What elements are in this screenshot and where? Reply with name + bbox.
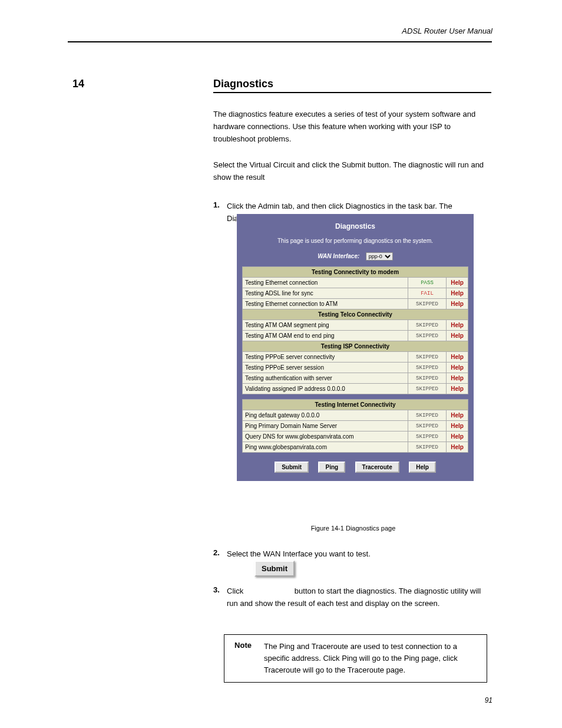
status-cell: SKIPPED (408, 410, 447, 421)
table-section-header: Testing Connectivity to modem (243, 267, 468, 278)
status-cell: SKIPPED (408, 352, 447, 363)
note-text: The Ping and Traceroute are used to test… (262, 635, 487, 682)
step-3-number: 3. (213, 585, 220, 594)
ping-button[interactable]: Ping (318, 462, 345, 473)
help-link[interactable]: Help (447, 373, 468, 384)
table-row: Testing authentication with serverSKIPPE… (243, 373, 468, 384)
table-section-header: Testing ISP Connectivity (243, 341, 468, 352)
wan-interface-label: WAN Interface: (318, 253, 359, 259)
help-link[interactable]: Help (447, 384, 468, 394)
help-link[interactable]: Help (447, 431, 468, 442)
submit-big-button[interactable]: Submit (254, 561, 295, 577)
wan-interface-select[interactable]: ppp-0 (366, 252, 393, 261)
note-box: Note The Ping and Traceroute are used to… (224, 634, 487, 683)
test-name-cell: Testing authentication with server (243, 373, 408, 384)
status-cell: SKIPPED (408, 384, 447, 394)
table-row: Testing ADSL line for syncFAILHelp (243, 288, 468, 299)
table-row: Testing ATM OAM end to end pingSKIPPEDHe… (243, 331, 468, 341)
step-2-number: 2. (213, 548, 220, 557)
test-name-cell: Testing Ethernet connection (243, 278, 408, 288)
diagnostics-table-2: Testing Internet ConnectivityPing defaul… (242, 399, 468, 453)
help-link[interactable]: Help (447, 278, 468, 288)
test-name-cell: Testing ATM OAM segment ping (243, 320, 408, 331)
test-name-cell: Testing Ethernet connection to ATM (243, 299, 408, 309)
table-row: Ping default gateway 0.0.0.0SKIPPEDHelp (243, 410, 468, 421)
step-3-text: Click button to start the diagnostics. T… (227, 585, 490, 610)
wan-interface-row: WAN Interface: ppp-0 (237, 250, 474, 266)
step-2-text: Select the WAN Interface you want to tes… (227, 548, 490, 561)
step-1-number: 1. (213, 200, 220, 209)
table-row: Ping www.globespanvirata.comSKIPPEDHelp (243, 442, 468, 453)
status-cell: SKIPPED (408, 421, 447, 431)
help-button[interactable]: Help (409, 462, 436, 473)
test-name-cell: Testing ADSL line for sync (243, 288, 408, 299)
test-name-cell: Ping www.globespanvirata.com (243, 442, 408, 453)
note-label: Note (224, 635, 262, 682)
table-section-header: Testing Internet Connectivity (243, 400, 468, 410)
test-name-cell: Ping Primary Domain Name Server (243, 421, 408, 431)
traceroute-button[interactable]: Traceroute (355, 462, 399, 473)
table-row: Query DNS for www.globespanvirata.comSKI… (243, 431, 468, 442)
intro-paragraph-2: Select the Virtual Circuit and click the… (213, 159, 493, 184)
section-number: 14 (72, 78, 84, 90)
diagnostics-title: Diagnostics (237, 214, 474, 234)
diagnostics-panel: Diagnostics This page is used for perfor… (237, 214, 474, 481)
help-link[interactable]: Help (447, 442, 468, 453)
table-section-header: Testing Telco Connectivity (243, 309, 468, 320)
figure-14-1-caption: Figure 14-1 Diagnostics page (213, 525, 493, 532)
status-cell: SKIPPED (408, 320, 447, 331)
help-link[interactable]: Help (447, 288, 468, 299)
status-cell: PASS (408, 278, 447, 288)
table-row: Ping Primary Domain Name ServerSKIPPEDHe… (243, 421, 468, 431)
top-horizontal-rule (68, 41, 492, 42)
table-row: Testing PPPoE server connectivitySKIPPED… (243, 352, 468, 363)
table-row: Testing Ethernet connection to ATMSKIPPE… (243, 299, 468, 309)
status-cell: SKIPPED (408, 299, 447, 309)
submit-big-wrap: Submit (254, 561, 295, 577)
help-link[interactable]: Help (447, 299, 468, 309)
table-row: Testing PPPoE server sessionSKIPPEDHelp (243, 363, 468, 373)
help-link[interactable]: Help (447, 352, 468, 363)
submit-button[interactable]: Submit (275, 462, 309, 473)
status-cell: SKIPPED (408, 363, 447, 373)
step-3-text-a: Click (227, 587, 243, 595)
status-cell: FAIL (408, 288, 447, 299)
section-title: Diagnostics (213, 78, 273, 90)
status-cell: SKIPPED (408, 431, 447, 442)
help-link[interactable]: Help (447, 410, 468, 421)
test-name-cell: Testing ATM OAM end to end ping (243, 331, 408, 341)
help-link[interactable]: Help (447, 421, 468, 431)
header-manual-title: ADSL Router User Manual (402, 27, 492, 35)
intro-paragraph-1: The diagnostics feature executes a serie… (213, 108, 493, 145)
table-row: Testing ATM OAM segment pingSKIPPEDHelp (243, 320, 468, 331)
table-row: Validating assigned IP address 0.0.0.0SK… (243, 384, 468, 394)
help-link[interactable]: Help (447, 363, 468, 373)
page-number: 91 (485, 696, 492, 704)
diagnostics-table-1: Testing Connectivity to modemTesting Eth… (242, 266, 468, 394)
status-cell: SKIPPED (408, 331, 447, 341)
test-name-cell: Testing PPPoE server connectivity (243, 352, 408, 363)
status-cell: SKIPPED (408, 373, 447, 384)
step-3-text-b: button to start the diagnostics. The dia… (227, 587, 481, 608)
diagnostics-description: This page is used for performing diagnos… (237, 234, 474, 250)
section-rule (213, 92, 491, 93)
table-row: Testing Ethernet connectionPASSHelp (243, 278, 468, 288)
test-name-cell: Query DNS for www.globespanvirata.com (243, 431, 408, 442)
test-name-cell: Testing PPPoE server session (243, 363, 408, 373)
status-cell: SKIPPED (408, 442, 447, 453)
test-name-cell: Ping default gateway 0.0.0.0 (243, 410, 408, 421)
help-link[interactable]: Help (447, 331, 468, 341)
diagnostics-button-row: Submit Ping Traceroute Help (237, 455, 474, 473)
test-name-cell: Validating assigned IP address 0.0.0.0 (243, 384, 408, 394)
help-link[interactable]: Help (447, 320, 468, 331)
